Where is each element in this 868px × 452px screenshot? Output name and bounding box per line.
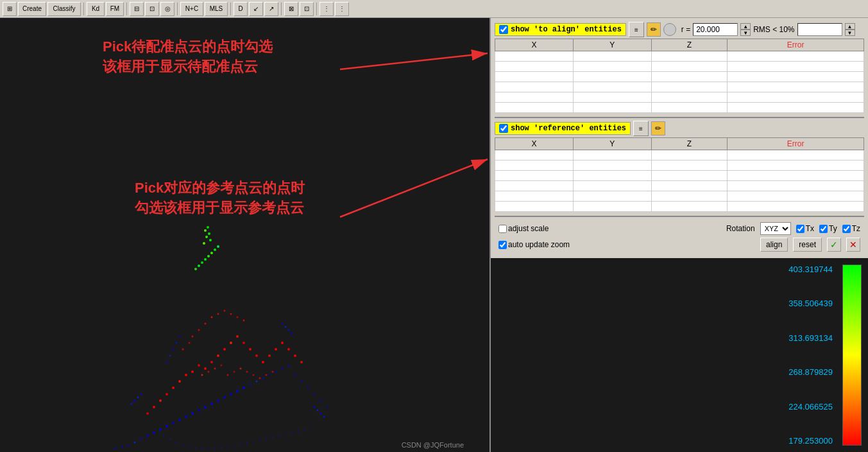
show-reference-entities-text: show 'reference' entities (511, 124, 626, 133)
tz-label[interactable]: Tz (842, 224, 860, 233)
toolbar-kd-btn[interactable]: Kd (87, 2, 105, 16)
divider1 (495, 117, 864, 118)
svg-point-65 (137, 397, 139, 399)
tz-checkbox[interactable] (842, 225, 851, 233)
toolbar-arrow1-btn[interactable]: ↙ (249, 2, 263, 16)
svg-point-34 (301, 381, 303, 383)
svg-point-95 (204, 229, 207, 232)
color-bar (842, 265, 862, 446)
svg-point-124 (201, 448, 203, 449)
scale-val-2: 358.506439 (504, 299, 833, 308)
toolbar-sq2-btn[interactable]: ⊡ (145, 2, 159, 16)
section2-header: show 'reference' entities ≡ ✏ (495, 121, 864, 136)
tx-checkbox[interactable] (796, 225, 804, 233)
svg-point-68 (314, 406, 316, 408)
svg-point-66 (134, 400, 136, 402)
align-list-icon[interactable]: ≡ (629, 22, 644, 37)
svg-point-77 (182, 349, 184, 351)
tx-label[interactable]: Tx (796, 224, 814, 233)
scale-val-5: 224.066525 (504, 402, 833, 412)
show-reference-entities-label[interactable]: show 'reference' entities (495, 122, 631, 135)
watermark: CSDN @JQFortune (402, 441, 464, 449)
svg-point-74 (205, 323, 207, 325)
svg-point-120 (176, 442, 177, 443)
ty-label[interactable]: Ty (819, 224, 837, 233)
toolbar-classify-btn[interactable]: Classify (47, 2, 81, 16)
toolbar-special1-btn[interactable]: ⊠ (284, 2, 298, 16)
toolbar-extra2-btn[interactable]: ⋮ (335, 2, 349, 16)
ty-checkbox[interactable] (819, 225, 828, 233)
adjust-scale-checkbox[interactable] (498, 225, 507, 233)
toolbar-circ-btn[interactable]: ◎ (160, 2, 174, 16)
svg-point-137 (285, 433, 286, 435)
svg-point-27 (269, 374, 271, 376)
sep6 (316, 3, 317, 15)
auto-update-zoom-label[interactable]: auto update zoom (498, 240, 570, 249)
confirm-button[interactable]: ✓ (827, 238, 841, 252)
col-x1: X (495, 39, 574, 51)
toolbar-arrow2-btn[interactable]: ↗ (264, 2, 278, 16)
ref-list-icon[interactable]: ≡ (633, 121, 649, 136)
svg-point-23 (134, 442, 136, 444)
reference-table: X Y Z Error (495, 137, 864, 212)
toolbar-nc-btn[interactable]: N+C (180, 2, 203, 16)
toolbar-fm-btn[interactable]: FM (106, 2, 124, 16)
rms-down-btn[interactable]: ▼ (845, 30, 855, 36)
svg-point-87 (198, 265, 200, 267)
toolbar-grid-btn[interactable]: ⊞ (3, 2, 17, 16)
toolbar-create-btn[interactable]: Create (18, 2, 46, 16)
col-z1: Z (651, 39, 728, 51)
toolbar-mls-btn[interactable]: MLS (205, 2, 228, 16)
r-value-input[interactable] (693, 23, 738, 36)
svg-point-135 (272, 437, 273, 439)
adjust-scale-label[interactable]: adjust scale (498, 224, 549, 233)
show-align-entities-label[interactable]: show 'to align' entities (495, 23, 626, 36)
auto-update-zoom-checkbox[interactable] (498, 241, 507, 249)
r-down-btn[interactable]: ▼ (740, 30, 751, 36)
svg-point-16 (230, 393, 232, 396)
svg-point-22 (250, 384, 251, 386)
svg-point-138 (291, 432, 293, 433)
align-circle-icon[interactable] (663, 23, 676, 36)
align-table: X Y Z Error (495, 39, 864, 113)
align-button[interactable]: align (760, 238, 788, 252)
color-scale-panel: 403.319744 358.506439 313.693134 268.879… (491, 258, 868, 452)
ref-pencil-icon[interactable]: ✏ (651, 121, 665, 135)
r-up-btn[interactable]: ▲ (740, 23, 751, 30)
section1-header: show 'to align' entities ≡ ✏ r = ▲ ▼ RMS… (495, 22, 864, 37)
svg-point-13 (166, 425, 168, 428)
svg-point-75 (211, 317, 213, 318)
svg-point-64 (140, 394, 142, 396)
svg-point-29 (121, 446, 123, 448)
svg-point-59 (146, 412, 149, 415)
show-reference-entities-checkbox[interactable] (499, 124, 508, 133)
divider2 (495, 216, 864, 217)
toolbar-d-btn[interactable]: D (234, 2, 248, 16)
rms-up-btn[interactable]: ▲ (845, 23, 855, 30)
toolbar: ⊞ Create Classify Kd FM ⊟ ⊡ ◎ N+C MLS D … (0, 0, 868, 18)
svg-point-103 (288, 329, 290, 331)
r-spinner[interactable]: ▲ ▼ (740, 23, 751, 36)
reset-button[interactable]: reset (793, 238, 822, 252)
table-row (495, 191, 864, 202)
svg-point-125 (208, 449, 209, 450)
svg-point-88 (214, 248, 216, 251)
bottom-controls: adjust scale Rotation XYZ X Y Z Tx (495, 220, 864, 254)
show-align-entities-checkbox[interactable] (499, 25, 508, 34)
scale-values: 403.319744 358.506439 313.693134 268.879… (504, 265, 836, 446)
annotation-top: Pick待配准点云的点时勾选 该框用于显示待配准点云 (103, 37, 273, 77)
col-error2: Error (728, 138, 864, 150)
svg-point-92 (209, 239, 212, 241)
rms-spinner[interactable]: ▲ ▼ (845, 23, 855, 36)
toolbar-sq-btn[interactable]: ⊟ (130, 2, 144, 16)
svg-point-79 (224, 310, 226, 312)
rms-input[interactable] (797, 23, 842, 36)
rotation-select[interactable]: XYZ X Y Z (760, 222, 791, 235)
align-pencil-icon[interactable]: ✏ (647, 22, 661, 37)
svg-point-121 (182, 445, 183, 446)
cancel-button[interactable]: ✕ (846, 238, 860, 252)
table-row (495, 51, 864, 62)
toolbar-special2-btn[interactable]: ⊡ (300, 2, 314, 16)
svg-point-117 (272, 371, 274, 373)
toolbar-extra1-btn[interactable]: ⋮ (319, 2, 334, 16)
